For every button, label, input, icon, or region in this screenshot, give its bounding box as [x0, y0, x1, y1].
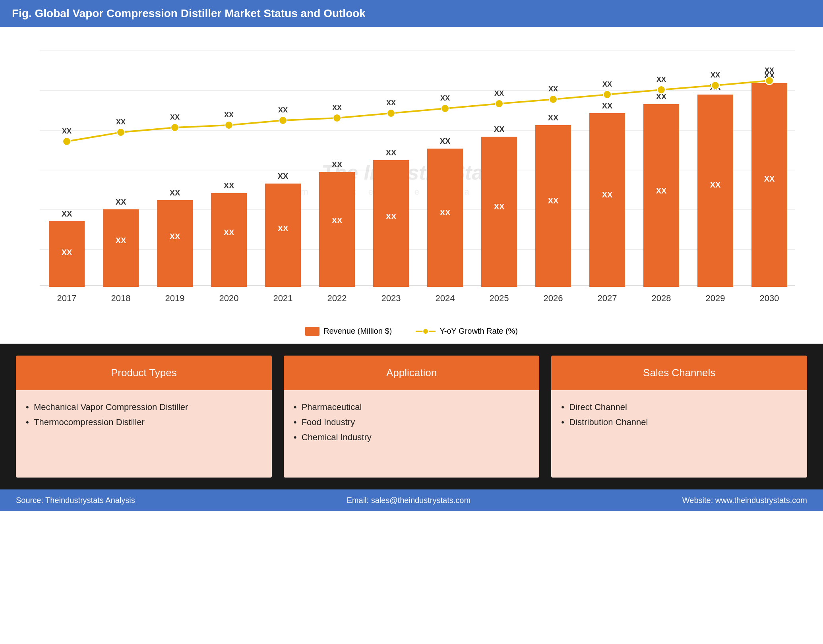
svg-text:2026: 2026 [544, 293, 563, 303]
svg-text:2028: 2028 [652, 293, 671, 303]
svg-text:XX: XX [116, 197, 126, 206]
list-item: Direct Channel [561, 402, 797, 412]
bar-2029 [697, 95, 733, 287]
bar-2023 [373, 160, 409, 287]
card-application: Application Pharmaceutical Food Industry… [284, 356, 540, 478]
chart-bars-svg: XX XX XX XX XX XX XX XX XX XX XX XX XX [16, 41, 807, 319]
svg-text:XX: XX [170, 113, 180, 121]
footer-website: Website: www.theindustrystats.com [682, 496, 807, 505]
svg-text:2022: 2022 [327, 293, 347, 303]
svg-text:XX: XX [440, 208, 451, 217]
svg-text:2020: 2020 [219, 293, 239, 303]
svg-text:XX: XX [62, 127, 72, 135]
sales-channels-list: Direct Channel Distribution Channel [561, 402, 797, 427]
line-dot-2018 [117, 128, 125, 136]
svg-text:XX: XX [224, 181, 234, 190]
list-item: Food Industry [294, 417, 530, 427]
card-application-header: Application [284, 356, 540, 390]
card-application-body: Pharmaceutical Food Industry Chemical In… [284, 390, 540, 478]
bar-2018 [103, 209, 139, 287]
svg-text:XX: XX [440, 94, 450, 102]
bar-2019 [157, 200, 193, 287]
svg-text:XX: XX [62, 248, 72, 257]
svg-text:XX: XX [710, 180, 721, 189]
line-dot-2028 [657, 86, 665, 94]
line-dot-2025 [495, 100, 503, 108]
svg-text:XX: XX [548, 113, 559, 122]
svg-text:XX: XX [602, 80, 612, 88]
svg-text:XX: XX [278, 224, 289, 233]
cards-row: Product Types Mechanical Vapor Compressi… [16, 356, 807, 478]
svg-text:XX: XX [278, 106, 288, 114]
svg-text:XX: XX [656, 186, 667, 195]
card-product-types: Product Types Mechanical Vapor Compressi… [16, 356, 272, 478]
svg-text:XX: XX [170, 232, 180, 241]
svg-text:2021: 2021 [273, 293, 293, 303]
svg-text:XX: XX [278, 172, 289, 180]
legend-line-label: Y-oY Growth Rate (%) [440, 327, 518, 336]
svg-text:2018: 2018 [111, 293, 131, 303]
svg-text:XX: XX [548, 196, 559, 205]
legend-bar-label: Revenue (Million $) [323, 327, 392, 336]
line-dot-2029 [711, 81, 719, 89]
svg-text:2019: 2019 [165, 293, 185, 303]
bottom-section: Product Types Mechanical Vapor Compressi… [0, 344, 823, 489]
legend-line: Y-oY Growth Rate (%) [416, 327, 518, 336]
svg-text:XX: XX [224, 111, 234, 119]
application-list: Pharmaceutical Food Industry Chemical In… [294, 402, 530, 443]
line-dot-2020 [225, 121, 233, 129]
list-item: Distribution Channel [561, 417, 797, 427]
svg-text:2029: 2029 [706, 293, 725, 303]
line-dot-2022 [333, 114, 341, 122]
bar-2028 [643, 104, 679, 287]
svg-text:2027: 2027 [598, 293, 617, 303]
page-footer: Source: Theindustrystats Analysis Email:… [0, 489, 823, 511]
svg-text:XX: XX [332, 104, 342, 112]
line-dot-2024 [441, 104, 449, 112]
line-dot-2023 [387, 109, 395, 117]
svg-text:XX: XX [332, 160, 343, 169]
line-dot-2019 [171, 124, 179, 132]
svg-text:XX: XX [656, 75, 666, 83]
bar-2024 [427, 149, 463, 287]
line-dot-2026 [549, 95, 557, 103]
svg-text:XX: XX [494, 125, 505, 133]
card-sales-channels-body: Direct Channel Distribution Channel [551, 390, 807, 478]
svg-text:2025: 2025 [490, 293, 509, 303]
page-header: Fig. Global Vapor Compression Distiller … [0, 0, 823, 27]
svg-text:XX: XX [711, 71, 720, 79]
svg-text:XX: XX [494, 202, 505, 211]
list-item: Pharmaceutical [294, 402, 530, 412]
line-dot-2021 [279, 116, 287, 124]
svg-text:XX: XX [170, 188, 180, 197]
bar-2025 [481, 137, 517, 287]
svg-text:XX: XX [62, 209, 72, 218]
bar-2027 [589, 113, 625, 287]
bar-2030 [751, 83, 787, 287]
product-types-list: Mechanical Vapor Compression Distiller T… [26, 402, 262, 427]
card-sales-channels-header: Sales Channels [551, 356, 807, 390]
svg-text:2030: 2030 [760, 293, 779, 303]
svg-text:XX: XX [602, 190, 613, 199]
card-product-types-header: Product Types [16, 356, 272, 390]
list-item: Chemical Industry [294, 432, 530, 443]
svg-text:XX: XX [765, 66, 774, 74]
bar-2021 [265, 184, 301, 287]
svg-text:XX: XX [764, 174, 775, 183]
svg-text:XX: XX [386, 148, 397, 157]
card-sales-channels: Sales Channels Direct Channel Distributi… [551, 356, 807, 478]
legend-line-icon [416, 327, 436, 336]
legend-bar-icon [305, 327, 320, 336]
svg-text:XX: XX [116, 236, 126, 245]
card-product-types-body: Mechanical Vapor Compression Distiller T… [16, 390, 272, 478]
svg-point-64 [423, 329, 428, 334]
page-title: Fig. Global Vapor Compression Distiller … [12, 7, 366, 19]
svg-text:XX: XX [386, 212, 397, 221]
list-item: Mechanical Vapor Compression Distiller [26, 402, 262, 412]
chart-legend: Revenue (Million $) Y-oY Growth Rate (%) [16, 327, 807, 336]
svg-text:2017: 2017 [57, 293, 77, 303]
bar-2026 [535, 125, 571, 287]
line-dot-2017 [63, 137, 71, 145]
svg-text:XX: XX [548, 85, 558, 93]
line-dot-2027 [603, 91, 611, 99]
